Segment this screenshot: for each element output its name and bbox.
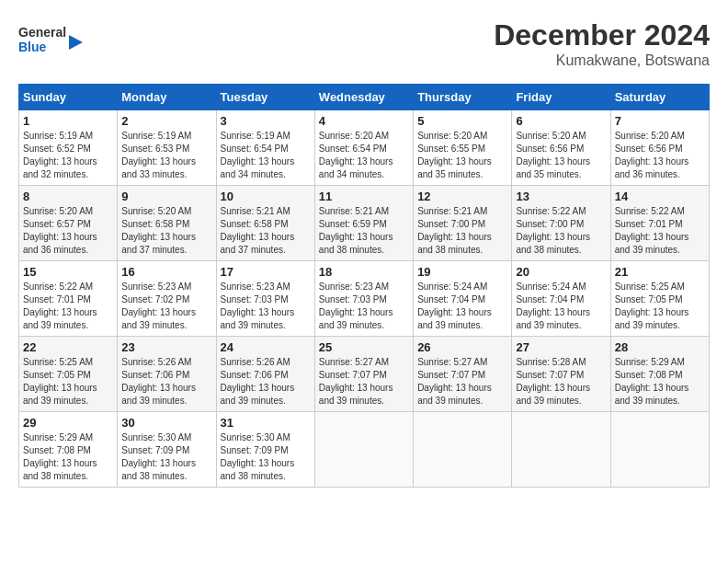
- calendar-cell: 30Sunrise: 5:30 AMSunset: 7:09 PMDayligh…: [118, 412, 216, 488]
- day-info: Sunrise: 5:20 AMSunset: 6:55 PMDaylight:…: [417, 130, 507, 181]
- weekday-thursday: Thursday: [414, 85, 512, 110]
- calendar-cell: 3Sunrise: 5:19 AMSunset: 6:54 PMDaylight…: [216, 110, 314, 186]
- day-number: 17: [221, 265, 311, 279]
- calendar-cell: 7Sunrise: 5:20 AMSunset: 6:56 PMDaylight…: [610, 110, 709, 186]
- day-number: 10: [221, 190, 311, 203]
- svg-marker-2: [69, 35, 83, 50]
- day-info: Sunrise: 5:30 AMSunset: 7:09 PMDaylight:…: [221, 431, 311, 483]
- day-info: Sunrise: 5:20 AMSunset: 6:58 PMDaylight:…: [121, 205, 211, 257]
- day-number: 12: [417, 190, 507, 203]
- location: Kumakwane, Botswana: [494, 52, 710, 69]
- calendar-cell: 10Sunrise: 5:21 AMSunset: 6:58 PMDayligh…: [216, 186, 314, 261]
- day-info: Sunrise: 5:20 AMSunset: 6:57 PMDaylight:…: [23, 205, 113, 257]
- day-info: Sunrise: 5:21 AMSunset: 6:58 PMDaylight:…: [221, 205, 311, 257]
- calendar-cell: 4Sunrise: 5:20 AMSunset: 6:54 PMDaylight…: [314, 110, 413, 186]
- day-number: 1: [23, 114, 113, 128]
- calendar-cell: 29Sunrise: 5:29 AMSunset: 7:08 PMDayligh…: [19, 412, 118, 488]
- day-number: 21: [615, 265, 705, 279]
- calendar-cell: 16Sunrise: 5:23 AMSunset: 7:02 PMDayligh…: [118, 261, 216, 337]
- day-number: 23: [121, 340, 211, 354]
- calendar-cell: 18Sunrise: 5:23 AMSunset: 7:03 PMDayligh…: [314, 261, 413, 337]
- day-number: 4: [319, 114, 409, 128]
- day-info: Sunrise: 5:20 AMSunset: 6:56 PMDaylight:…: [516, 130, 606, 181]
- calendar-cell: 23Sunrise: 5:26 AMSunset: 7:06 PMDayligh…: [118, 337, 216, 412]
- calendar-cell: 2Sunrise: 5:19 AMSunset: 6:53 PMDaylight…: [118, 110, 216, 186]
- day-number: 9: [121, 190, 211, 203]
- week-row-1: 1Sunrise: 5:19 AMSunset: 6:52 PMDaylight…: [19, 110, 710, 186]
- calendar-cell: 6Sunrise: 5:20 AMSunset: 6:56 PMDaylight…: [512, 110, 610, 186]
- day-number: 6: [516, 114, 606, 128]
- calendar-cell: 28Sunrise: 5:29 AMSunset: 7:08 PMDayligh…: [610, 337, 709, 412]
- week-row-3: 15Sunrise: 5:22 AMSunset: 7:01 PMDayligh…: [19, 261, 710, 337]
- day-number: 26: [417, 340, 507, 354]
- calendar-cell: 24Sunrise: 5:26 AMSunset: 7:06 PMDayligh…: [216, 337, 314, 412]
- weekday-tuesday: Tuesday: [216, 85, 314, 110]
- day-info: Sunrise: 5:23 AMSunset: 7:03 PMDaylight:…: [319, 281, 409, 332]
- day-info: Sunrise: 5:21 AMSunset: 7:00 PMDaylight:…: [417, 205, 507, 257]
- calendar-table: SundayMondayTuesdayWednesdayThursdayFrid…: [18, 84, 710, 488]
- day-info: Sunrise: 5:21 AMSunset: 6:59 PMDaylight:…: [319, 205, 409, 257]
- page-header: General Blue December 2024 Kumakwane, Bo…: [18, 18, 710, 69]
- calendar-cell: 5Sunrise: 5:20 AMSunset: 6:55 PMDaylight…: [414, 110, 512, 186]
- day-info: Sunrise: 5:22 AMSunset: 7:00 PMDaylight:…: [516, 205, 606, 257]
- day-info: Sunrise: 5:19 AMSunset: 6:54 PMDaylight:…: [221, 130, 311, 181]
- day-number: 7: [615, 114, 705, 128]
- day-number: 8: [23, 190, 113, 203]
- calendar-cell: 15Sunrise: 5:22 AMSunset: 7:01 PMDayligh…: [19, 261, 118, 337]
- day-info: Sunrise: 5:29 AMSunset: 7:08 PMDaylight:…: [23, 431, 113, 483]
- day-info: Sunrise: 5:29 AMSunset: 7:08 PMDaylight:…: [615, 356, 705, 408]
- calendar-cell: 17Sunrise: 5:23 AMSunset: 7:03 PMDayligh…: [216, 261, 314, 337]
- day-number: 5: [417, 114, 507, 128]
- day-info: Sunrise: 5:24 AMSunset: 7:04 PMDaylight:…: [516, 281, 606, 332]
- day-number: 18: [319, 265, 409, 279]
- calendar-cell: 1Sunrise: 5:19 AMSunset: 6:52 PMDaylight…: [19, 110, 118, 186]
- day-info: Sunrise: 5:28 AMSunset: 7:07 PMDaylight:…: [516, 356, 606, 408]
- day-info: Sunrise: 5:23 AMSunset: 7:03 PMDaylight:…: [221, 281, 311, 332]
- day-number: 15: [23, 265, 113, 279]
- day-number: 2: [121, 114, 211, 128]
- day-info: Sunrise: 5:25 AMSunset: 7:05 PMDaylight:…: [23, 356, 113, 408]
- day-info: Sunrise: 5:24 AMSunset: 7:04 PMDaylight:…: [417, 281, 507, 332]
- day-info: Sunrise: 5:26 AMSunset: 7:06 PMDaylight:…: [221, 356, 311, 408]
- calendar-cell: 13Sunrise: 5:22 AMSunset: 7:00 PMDayligh…: [512, 186, 610, 261]
- weekday-sunday: Sunday: [19, 85, 118, 110]
- day-number: 14: [615, 190, 705, 203]
- calendar-cell: 12Sunrise: 5:21 AMSunset: 7:00 PMDayligh…: [414, 186, 512, 261]
- day-info: Sunrise: 5:25 AMSunset: 7:05 PMDaylight:…: [615, 281, 705, 332]
- day-info: Sunrise: 5:20 AMSunset: 6:54 PMDaylight:…: [319, 130, 409, 181]
- day-number: 20: [516, 265, 606, 279]
- week-row-4: 22Sunrise: 5:25 AMSunset: 7:05 PMDayligh…: [19, 337, 710, 412]
- day-info: Sunrise: 5:19 AMSunset: 6:53 PMDaylight:…: [121, 130, 211, 181]
- title-section: December 2024 Kumakwane, Botswana: [494, 18, 710, 69]
- calendar-cell: [314, 412, 413, 488]
- week-row-5: 29Sunrise: 5:29 AMSunset: 7:08 PMDayligh…: [19, 412, 710, 488]
- calendar-cell: 31Sunrise: 5:30 AMSunset: 7:09 PMDayligh…: [216, 412, 314, 488]
- calendar-cell: 25Sunrise: 5:27 AMSunset: 7:07 PMDayligh…: [314, 337, 413, 412]
- day-number: 22: [23, 340, 113, 354]
- day-number: 19: [417, 265, 507, 279]
- day-info: Sunrise: 5:27 AMSunset: 7:07 PMDaylight:…: [319, 356, 409, 408]
- day-number: 30: [121, 416, 211, 430]
- calendar-cell: 14Sunrise: 5:22 AMSunset: 7:01 PMDayligh…: [610, 186, 709, 261]
- weekday-saturday: Saturday: [610, 85, 709, 110]
- day-number: 25: [319, 340, 409, 354]
- calendar-cell: 20Sunrise: 5:24 AMSunset: 7:04 PMDayligh…: [512, 261, 610, 337]
- calendar-cell: [512, 412, 610, 488]
- logo: General Blue: [18, 18, 83, 64]
- day-number: 16: [121, 265, 211, 279]
- day-number: 11: [319, 190, 409, 203]
- weekday-friday: Friday: [512, 85, 610, 110]
- calendar-cell: 19Sunrise: 5:24 AMSunset: 7:04 PMDayligh…: [414, 261, 512, 337]
- weekday-monday: Monday: [118, 85, 216, 110]
- day-number: 28: [615, 340, 705, 354]
- month-title: December 2024: [494, 18, 710, 52]
- calendar-cell: [414, 412, 512, 488]
- day-number: 31: [221, 416, 311, 430]
- day-number: 13: [516, 190, 606, 203]
- day-number: 3: [221, 114, 311, 128]
- day-number: 29: [23, 416, 113, 430]
- day-info: Sunrise: 5:30 AMSunset: 7:09 PMDaylight:…: [121, 431, 211, 483]
- weekday-header-row: SundayMondayTuesdayWednesdayThursdayFrid…: [19, 85, 710, 110]
- calendar-cell: 26Sunrise: 5:27 AMSunset: 7:07 PMDayligh…: [414, 337, 512, 412]
- day-number: 27: [516, 340, 606, 354]
